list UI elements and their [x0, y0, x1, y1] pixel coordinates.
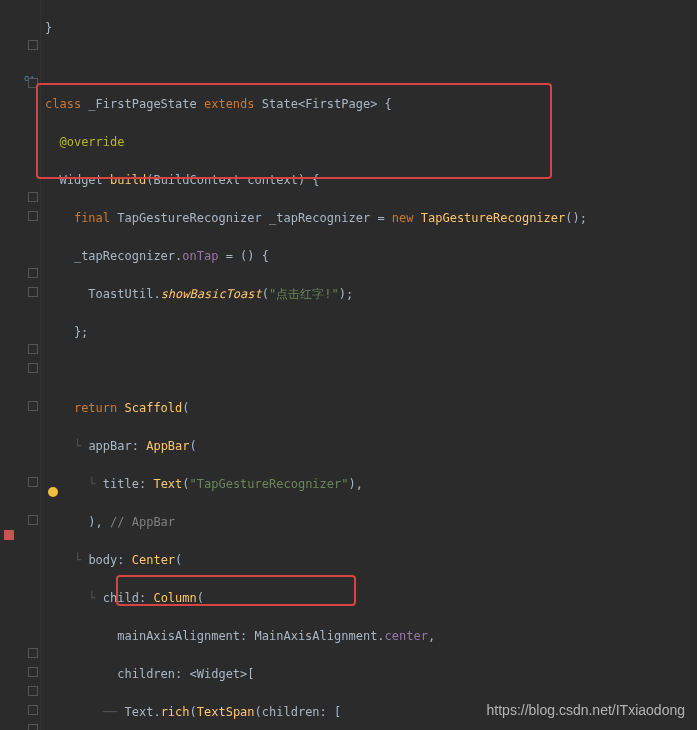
fold-icon[interactable]: [28, 287, 38, 297]
code-line: class _FirstPageState extends State<Firs…: [45, 95, 587, 114]
fold-icon[interactable]: [28, 211, 38, 221]
fold-icon[interactable]: [28, 344, 38, 354]
gutter: o↑: [0, 0, 41, 730]
code-line: ), // AppBar: [45, 513, 587, 532]
code-line: mainAxisAlignment: MainAxisAlignment.cen…: [45, 627, 587, 646]
fold-icon[interactable]: [28, 477, 38, 487]
code-line: └ body: Center(: [45, 551, 587, 570]
fold-icon[interactable]: [28, 363, 38, 373]
fold-icon[interactable]: [28, 192, 38, 202]
code-line: };: [45, 323, 587, 342]
code-line: }: [45, 19, 587, 38]
code-line: _tapRecognizer.onTap = () {: [45, 247, 587, 266]
error-marker-icon[interactable]: [4, 530, 14, 540]
fold-icon[interactable]: [28, 401, 38, 411]
fold-icon[interactable]: [28, 667, 38, 677]
code-line: return Scaffold(: [45, 399, 587, 418]
code-line: Widget build(BuildContext context) {: [45, 171, 587, 190]
fold-icon[interactable]: [28, 78, 38, 88]
code-line: └ title: Text("TapGestureRecognizer"),: [45, 475, 587, 494]
code-line: └ appBar: AppBar(: [45, 437, 587, 456]
fold-icon[interactable]: [28, 686, 38, 696]
fold-icon[interactable]: [28, 648, 38, 658]
fold-icon[interactable]: [28, 40, 38, 50]
fold-icon[interactable]: [28, 724, 38, 730]
watermark: https://blog.csdn.net/ITxiaodong: [487, 702, 685, 718]
code-line: └ child: Column(: [45, 589, 587, 608]
fold-icon[interactable]: [28, 705, 38, 715]
code-line: children: <Widget>[: [45, 665, 587, 684]
code-line: @override: [45, 133, 587, 152]
code-area[interactable]: } class _FirstPageState extends State<Fi…: [41, 0, 587, 730]
fold-icon[interactable]: [28, 268, 38, 278]
code-line: ToastUtil.showBasicToast("点击红字!");: [45, 285, 587, 304]
code-line: final TapGestureRecognizer _tapRecognize…: [45, 209, 587, 228]
code-editor: o↑ } class _FirstPageState extends State…: [0, 0, 697, 730]
fold-icon[interactable]: [28, 515, 38, 525]
